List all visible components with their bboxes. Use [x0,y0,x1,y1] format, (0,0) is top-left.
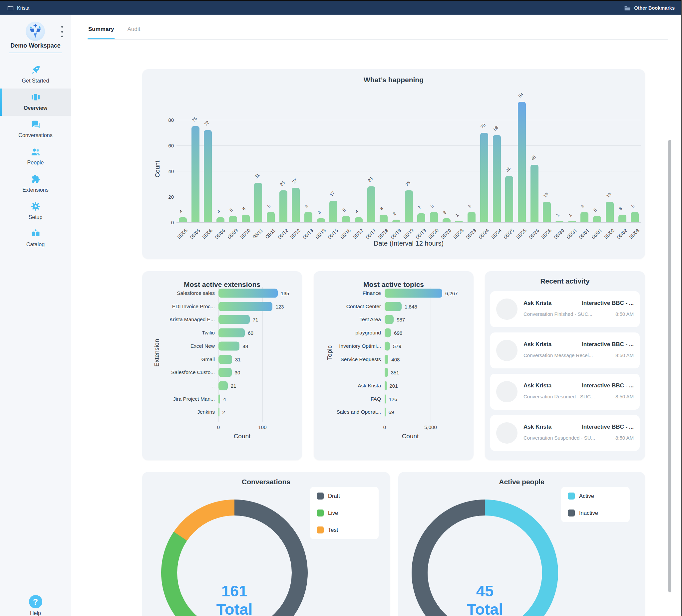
bar[interactable] [267,212,275,222]
bar[interactable] [367,186,375,222]
bar[interactable] [505,176,513,222]
sidebar-item-catalog[interactable]: Catalog [0,225,71,252]
sidebar-item-overview[interactable]: Overview [0,89,71,116]
bar[interactable] [342,216,350,222]
bar[interactable] [392,220,400,222]
x-tick-label: 0 [383,424,386,430]
workspace-menu-kebab-icon[interactable] [59,26,65,37]
bar[interactable] [385,302,402,311]
bar[interactable] [385,408,386,417]
bar[interactable] [242,215,250,222]
bar[interactable] [219,394,220,403]
sidebar-item-people[interactable]: People [0,143,71,170]
legend-item-test[interactable]: Test [317,526,372,534]
bookmark-folder-label: Krista [17,5,29,10]
bookmark-folder-krista[interactable]: Krista [7,5,29,10]
sidebar-item-get-started[interactable]: Get Started [0,61,71,89]
bar[interactable] [417,213,425,222]
window-top-edge [0,0,682,1]
bar[interactable] [405,190,413,222]
category-label: Finance [319,290,381,296]
bar[interactable] [430,212,438,222]
bar[interactable] [606,202,614,222]
bar[interactable] [543,202,551,222]
bar[interactable] [219,381,228,390]
bar[interactable] [385,368,388,377]
bar-value-label: 3 [442,210,447,215]
bar[interactable] [204,130,212,222]
sidebar-item-label: Help [0,610,71,616]
bar[interactable] [219,315,250,324]
bar[interactable] [442,218,451,222]
activity-user: Ask Krista [523,300,551,307]
bar[interactable] [385,341,390,351]
activity-item[interactable]: Ask KristaInteractive BBC - ...Conversat… [490,415,640,451]
bar[interactable] [581,212,588,222]
y-tick-label: 60 [154,143,174,148]
bar[interactable] [568,221,576,222]
bar[interactable] [219,355,232,364]
bar[interactable] [385,394,386,403]
bar[interactable] [304,212,312,222]
tab-audit[interactable]: Audit [127,24,141,39]
sidebar-item-label: People [0,160,71,166]
vertical-scrollbar[interactable] [668,140,671,592]
bar[interactable] [618,215,627,222]
sidebar-item-extensions[interactable]: Extensions [0,170,71,198]
bar[interactable] [219,368,232,377]
bar[interactable] [530,165,539,222]
bar[interactable] [555,221,564,222]
sidebar-item-help[interactable]: ? Help [0,586,71,616]
bar[interactable] [279,190,288,222]
bar[interactable] [254,183,262,222]
bar[interactable] [385,355,388,364]
bar[interactable] [355,217,363,222]
legend-item-inactive[interactable]: Inactive [568,510,623,517]
bar[interactable] [493,135,501,222]
bar[interactable] [329,201,337,223]
bar[interactable] [219,302,272,311]
bar-value-label: 6,267 [445,290,458,296]
other-bookmarks-button[interactable]: Other Bookmarks [624,5,675,11]
bar[interactable] [317,218,325,222]
legend-item-live[interactable]: Live [317,510,372,517]
bar[interactable] [455,221,463,222]
activity-item[interactable]: Ask KristaInteractive BBC - ...Conversat… [490,332,640,369]
legend-item-draft[interactable]: Draft [317,493,372,499]
bar[interactable] [191,126,200,222]
tab-summary[interactable]: Summary [88,24,115,39]
gridline [431,287,431,422]
bar[interactable] [219,289,278,298]
bar[interactable] [593,216,601,222]
bar[interactable] [385,289,442,298]
bar[interactable] [385,329,391,337]
bar[interactable] [468,212,476,222]
bar[interactable] [229,216,237,222]
category-label: Inventory Optimi... [319,343,381,349]
bar[interactable] [219,408,220,417]
workspace-logo-icon[interactable] [26,22,45,41]
sidebar-item-conversations[interactable]: Conversations [0,116,71,143]
bar[interactable] [385,315,394,324]
y-tick-label: 20 [154,194,174,200]
bar[interactable] [217,217,224,222]
activity-item[interactable]: Ask KristaInteractive BBC - ...Conversat… [490,374,640,410]
bar[interactable] [631,212,639,222]
bar[interactable] [219,341,240,351]
x-axis-label: Count [402,433,419,440]
bar-value-label: 4 [354,209,359,214]
bar[interactable] [518,102,526,222]
bar[interactable] [179,217,187,222]
bar[interactable] [219,329,245,337]
bar[interactable] [480,133,488,223]
bar-value-label: 5 [229,208,234,213]
activity-item[interactable]: Ask KristaInteractive BBC - ...Conversat… [490,291,640,327]
legend-item-active[interactable]: Active [568,493,623,499]
sidebar-item-setup[interactable]: Setup [0,198,71,225]
bar[interactable] [380,215,388,222]
gridline [177,171,641,171]
x-tick-label: 100 [258,424,267,430]
bar[interactable] [292,188,300,222]
category-label: Service Requests [319,356,381,362]
bar[interactable] [385,381,387,390]
